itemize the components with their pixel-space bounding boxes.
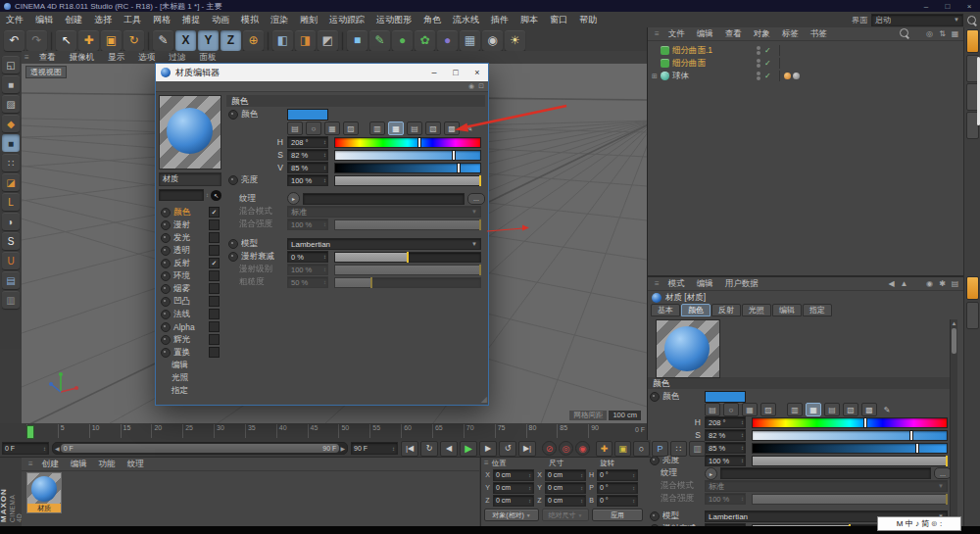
texture-add-button[interactable]: ▸ bbox=[705, 467, 717, 480]
tab[interactable]: 指定 bbox=[803, 304, 832, 316]
object-row[interactable]: ⊞ 球体 ✓ bbox=[648, 70, 946, 82]
tool-redo[interactable]: ↷ bbox=[26, 30, 47, 51]
hue-gradient-bar[interactable] bbox=[334, 137, 481, 148]
tool-add-camera[interactable]: ◉ bbox=[482, 30, 503, 51]
layout-tab-active[interactable] bbox=[966, 276, 979, 300]
tool-render-settings[interactable]: ◩ bbox=[318, 30, 338, 51]
channel-enable-icon[interactable] bbox=[161, 246, 171, 256]
enable-check-icon[interactable]: ✓ bbox=[764, 46, 771, 55]
picker-mode-image[interactable]: ▨ bbox=[343, 121, 359, 135]
mode-snap[interactable]: S bbox=[2, 232, 20, 250]
toggle-key-position[interactable]: ✚ bbox=[596, 441, 612, 457]
value-gradient-bar[interactable] bbox=[752, 443, 948, 454]
channel-checkbox[interactable] bbox=[209, 219, 220, 230]
menu-item[interactable]: 帮助 bbox=[573, 14, 603, 26]
toggle-key-parameter[interactable]: P bbox=[652, 441, 668, 457]
panel-menu-icon[interactable]: ≡ bbox=[652, 29, 662, 38]
channel-row[interactable]: 烟雾 bbox=[159, 282, 221, 295]
visibility-dots[interactable] bbox=[757, 72, 760, 80]
object-manager-menu-item[interactable]: 书签 bbox=[805, 28, 833, 40]
menu-item[interactable]: 雕刻 bbox=[294, 14, 323, 26]
brightness-slider[interactable] bbox=[752, 456, 948, 466]
brightness-slider[interactable] bbox=[334, 175, 481, 186]
am-icon-layout[interactable]: ▤ bbox=[949, 279, 961, 288]
object-search-icon[interactable] bbox=[898, 28, 910, 39]
menu-item[interactable]: 编辑 bbox=[29, 14, 59, 26]
apply-button[interactable]: 应用 bbox=[592, 509, 643, 521]
material-menu-item[interactable]: 编辑 bbox=[65, 459, 93, 470]
menu-item[interactable]: 运动跟踪 bbox=[323, 14, 370, 26]
tab[interactable]: 反射 bbox=[711, 304, 741, 316]
tab[interactable]: 光照 bbox=[742, 304, 771, 316]
menu-item[interactable]: 插件 bbox=[485, 14, 514, 26]
search-icon[interactable] bbox=[967, 16, 976, 24]
menu-item[interactable]: 工具 bbox=[118, 14, 147, 26]
channel-row[interactable]: 颜色 ✓ bbox=[159, 206, 221, 218]
channel-row[interactable]: 凹凸 bbox=[159, 295, 221, 308]
material-tag-icon[interactable] bbox=[784, 73, 791, 79]
channel-enable-icon[interactable] bbox=[161, 348, 171, 358]
value-spinner[interactable]: 85 %↕ bbox=[287, 162, 328, 173]
menu-item[interactable]: 网格 bbox=[147, 14, 176, 26]
size-field[interactable]: 0 cm↕ bbox=[545, 482, 586, 494]
color-swatch[interactable] bbox=[287, 109, 328, 121]
om-icon-exchange[interactable]: ⇅ bbox=[936, 29, 949, 38]
object-manager-menu-item[interactable]: 查看 bbox=[719, 28, 748, 40]
transport-loop-mode[interactable]: ↺ bbox=[499, 441, 516, 457]
toggle-key-pla[interactable]: ∷ bbox=[670, 441, 687, 457]
material-menu-item[interactable]: 纹理 bbox=[122, 459, 150, 470]
tab[interactable]: 基本 bbox=[651, 304, 680, 316]
toggle-key-extra[interactable]: ▥ bbox=[689, 441, 706, 457]
view-label[interactable]: 透视视图 bbox=[25, 66, 67, 78]
tool-add-deformer[interactable]: ● bbox=[437, 30, 458, 51]
attribute-menu-item[interactable]: 编辑 bbox=[691, 278, 719, 290]
channel-enable-icon[interactable] bbox=[161, 208, 171, 218]
layout-tab[interactable] bbox=[966, 302, 979, 329]
channel-row[interactable]: 反射 ✓ bbox=[159, 257, 221, 269]
channel-checkbox[interactable] bbox=[209, 347, 220, 358]
mode-magnet[interactable]: U bbox=[2, 252, 20, 269]
texture-field[interactable] bbox=[303, 193, 465, 205]
channel-row[interactable]: 法线 bbox=[159, 308, 221, 320]
menu-item[interactable]: 创建 bbox=[59, 14, 88, 26]
color-mode-hsv[interactable]: ▦ bbox=[806, 403, 821, 416]
mode-polygon-mode[interactable]: ◪ bbox=[2, 173, 20, 191]
picker-mode-spectrum[interactable]: ▦ bbox=[742, 403, 758, 416]
channel-checkbox[interactable] bbox=[209, 321, 220, 332]
expander-icon[interactable]: ⊞ bbox=[652, 73, 661, 80]
enable-check-icon[interactable]: ✓ bbox=[764, 72, 771, 80]
mode-viewport-solo[interactable]: ◗ bbox=[2, 213, 20, 230]
attribute-menu-item[interactable]: 用户数据 bbox=[719, 278, 764, 290]
channel-enable-icon[interactable] bbox=[161, 233, 171, 243]
rotation-field[interactable]: 0 °↕ bbox=[597, 495, 638, 507]
enable-dot-icon[interactable] bbox=[650, 456, 660, 465]
channel-checkbox[interactable]: ✓ bbox=[209, 207, 220, 218]
interface-dropdown[interactable]: 启动▼ bbox=[871, 14, 963, 26]
tool-sep1[interactable] bbox=[51, 31, 52, 49]
material-thumbnail[interactable]: 材质 bbox=[26, 472, 62, 513]
tool-coord-system[interactable]: ⊕ bbox=[243, 30, 264, 51]
mode-object-mode[interactable]: ■ bbox=[2, 134, 20, 152]
color-mode-mixer[interactable]: ▧ bbox=[425, 121, 441, 135]
texture-browse-button[interactable]: ... bbox=[467, 193, 485, 205]
panel-menu-icon[interactable]: ≡ bbox=[22, 53, 32, 62]
texture-field[interactable] bbox=[720, 467, 931, 479]
ime-toolbar[interactable]: M 中 ♪ 简 ⊙ : bbox=[877, 516, 961, 531]
saturation-gradient-bar[interactable] bbox=[334, 150, 481, 161]
channel-row[interactable]: 辉光 bbox=[159, 333, 221, 346]
phong-tag-icon[interactable] bbox=[793, 73, 800, 79]
tool-axis-z[interactable]: Z bbox=[220, 30, 241, 51]
window-minimize-button[interactable]: – bbox=[915, 2, 937, 11]
dialog-titlebar[interactable]: 材质编辑器 – □ × bbox=[156, 64, 488, 81]
color-mode-swatches[interactable]: ▩ bbox=[861, 403, 877, 416]
menu-item[interactable]: 模拟 bbox=[235, 14, 265, 26]
color-mode-rgb[interactable]: ▥ bbox=[787, 403, 803, 416]
lock-icon[interactable]: ◉ bbox=[468, 82, 474, 90]
timeline-ruler[interactable]: 051015202530354045505560657075808590 0 F bbox=[0, 423, 647, 441]
layout-tab-active[interactable] bbox=[966, 29, 979, 53]
color-mode-kelvin[interactable]: ▤ bbox=[824, 403, 840, 416]
brightness-spinner[interactable]: 100 %↕ bbox=[705, 455, 746, 466]
channel-mode-item[interactable]: 编辑 bbox=[159, 359, 221, 371]
channel-checkbox[interactable] bbox=[209, 283, 220, 294]
enable-dot-icon[interactable] bbox=[228, 110, 238, 120]
